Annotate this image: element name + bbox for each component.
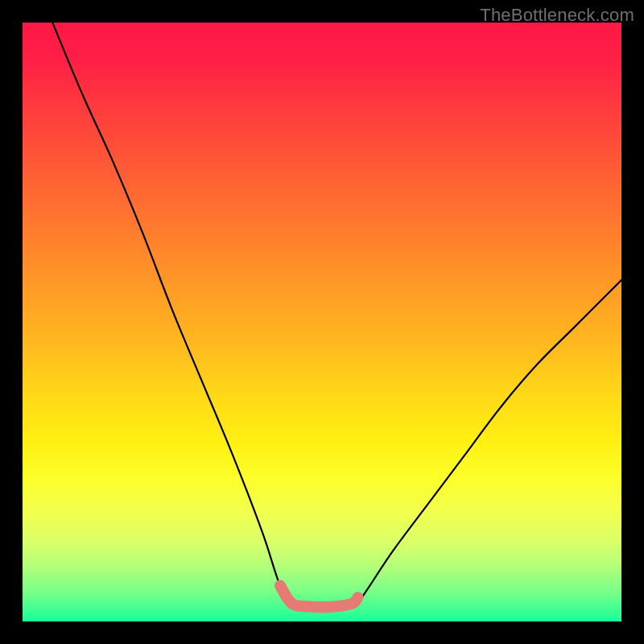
- chart-frame: TheBottleneck.com: [0, 0, 644, 644]
- right-curve: [358, 280, 621, 604]
- plot-area: [23, 23, 621, 621]
- left-curve: [52, 23, 292, 604]
- curve-layer: [23, 23, 621, 621]
- watermark-text: TheBottleneck.com: [480, 5, 634, 26]
- trough-highlight: [280, 585, 358, 607]
